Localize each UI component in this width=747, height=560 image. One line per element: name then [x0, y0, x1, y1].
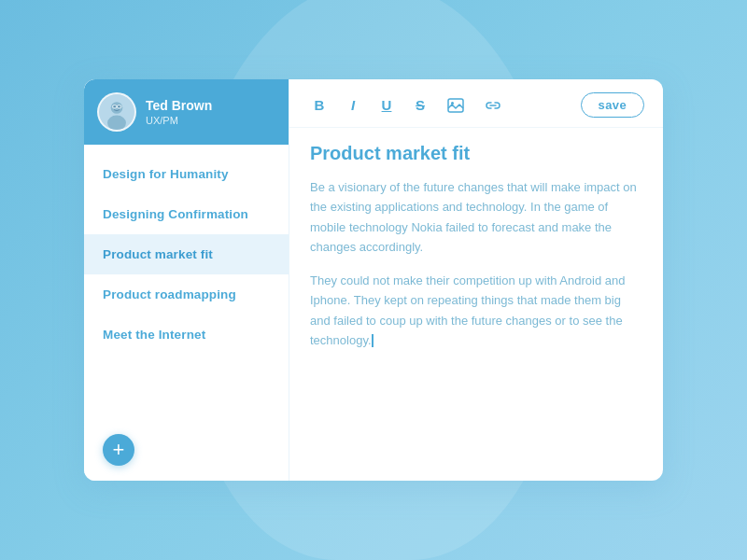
image-button[interactable] — [443, 94, 469, 117]
sidebar-add-section: + — [84, 419, 289, 481]
article-title: Product market fit — [310, 143, 642, 164]
text-cursor — [372, 334, 374, 347]
sidebar-nav: Design for HumanityDesigning Confirmatio… — [84, 145, 289, 419]
link-button[interactable] — [480, 94, 506, 117]
sidebar-item-product-roadmapping[interactable]: Product roadmapping — [84, 274, 289, 315]
strikethrough-button[interactable]: S — [409, 94, 431, 117]
toolbar: BIUS save — [289, 79, 663, 128]
sidebar: Ted Brown UX/PM Design for HumanityDesig… — [84, 79, 289, 481]
sidebar-item-design-for-humanity[interactable]: Design for Humanity — [84, 154, 289, 194]
article-body[interactable]: Be a visionary of the future changes tha… — [310, 177, 642, 351]
user-role: UX/PM — [146, 115, 212, 126]
sidebar-header: Ted Brown UX/PM — [84, 79, 289, 145]
italic-button[interactable]: I — [342, 94, 364, 117]
sidebar-item-designing-confirmation[interactable]: Designing Confirmation — [84, 194, 289, 234]
user-name: Ted Brown — [146, 98, 212, 114]
add-button[interactable]: + — [103, 434, 134, 466]
editor-area[interactable]: Product market fit Be a visionary of the… — [289, 128, 663, 481]
save-button[interactable]: save — [581, 92, 644, 118]
sidebar-item-meet-the-internet[interactable]: Meet the Internet — [84, 315, 289, 355]
svg-point-3 — [114, 105, 116, 107]
user-info: Ted Brown UX/PM — [146, 98, 212, 127]
sidebar-item-product-market-fit[interactable]: Product market fit — [84, 234, 289, 274]
avatar — [97, 92, 136, 132]
underline-button[interactable]: U — [375, 94, 398, 117]
bold-button[interactable]: B — [308, 94, 331, 117]
content-panel: BIUS save Product market fit Be a vision… — [289, 79, 663, 481]
svg-point-4 — [118, 105, 120, 107]
main-card: Ted Brown UX/PM Design for HumanityDesig… — [84, 79, 663, 481]
